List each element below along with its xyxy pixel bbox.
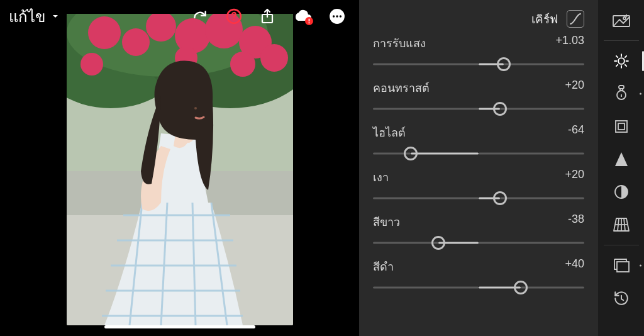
- svg-rect-51: [618, 123, 625, 130]
- svg-point-26: [194, 107, 197, 109]
- auto-icon[interactable]: [598, 4, 644, 36]
- slider-label: ไฮไลต์: [373, 123, 406, 142]
- help-icon[interactable]: [226, 8, 242, 25]
- slider-value: -38: [568, 213, 584, 231]
- slider-thumb[interactable]: [514, 281, 528, 294]
- svg-point-35: [336, 15, 338, 17]
- slider-value: -64: [568, 123, 584, 142]
- svg-point-11: [260, 44, 288, 72]
- mode-label[interactable]: แก้ไข: [9, 4, 45, 29]
- slider-row: การรับแสง+1.03: [373, 34, 584, 72]
- svg-point-39: [618, 58, 625, 64]
- svg-rect-57: [617, 262, 629, 272]
- slider-track[interactable]: [373, 56, 584, 72]
- svg-point-34: [333, 15, 335, 17]
- home-indicator[interactable]: [104, 325, 255, 328]
- svg-point-38: [623, 17, 626, 20]
- slider-thumb[interactable]: [493, 102, 507, 116]
- slider-row: สีขาว-38: [373, 213, 584, 251]
- slider-track[interactable]: [373, 145, 584, 162]
- effects-icon[interactable]: [598, 143, 644, 176]
- slider-value: +20: [565, 79, 584, 97]
- slider-value: +40: [565, 257, 584, 276]
- app-root: แก้ไข: [0, 0, 644, 336]
- svg-rect-31: [309, 19, 310, 21]
- slider-label: คอนทราสต์: [373, 79, 430, 97]
- geometry-icon[interactable]: [598, 208, 644, 241]
- slider-thumb[interactable]: [493, 191, 507, 205]
- mode-dropdown-caret-icon[interactable]: [52, 13, 59, 20]
- redo-icon[interactable]: [192, 8, 208, 25]
- slider-value: +1.03: [555, 34, 584, 52]
- slider-row: คอนทราสต์+20: [373, 79, 584, 117]
- presets-icon[interactable]: [598, 249, 644, 282]
- slider-thumb[interactable]: [431, 236, 445, 250]
- optics-icon[interactable]: [598, 176, 644, 208]
- slider-label: เงา: [373, 168, 389, 186]
- light-icon[interactable]: [598, 45, 644, 77]
- panel-header: เคิร์ฟ: [373, 8, 584, 30]
- svg-point-12: [80, 53, 103, 76]
- sliders-list: การรับแสง+1.03คอนทราสต์+20ไฮไลต์-64เงา+2…: [373, 34, 584, 296]
- svg-rect-50: [616, 121, 627, 132]
- slider-track[interactable]: [373, 235, 584, 251]
- svg-line-59: [621, 299, 623, 300]
- cloud-sync-icon[interactable]: [292, 9, 311, 23]
- svg-point-28: [233, 19, 235, 21]
- slider-track[interactable]: [373, 101, 584, 117]
- slider-thumb[interactable]: [404, 147, 418, 160]
- canvas-pane: แก้ไข: [0, 0, 359, 336]
- slider-track[interactable]: [373, 279, 584, 296]
- slider-row: ไฮไลต์-64: [373, 123, 584, 162]
- svg-rect-48: [619, 86, 624, 89]
- slider-thumb[interactable]: [497, 57, 511, 71]
- slider-label: สีขาว: [373, 213, 400, 231]
- curve-icon[interactable]: [567, 10, 584, 28]
- svg-line-47: [625, 56, 626, 57]
- svg-line-46: [616, 65, 617, 66]
- slider-row: เงา+20: [373, 168, 584, 206]
- crop-icon[interactable]: [598, 110, 644, 143]
- svg-line-44: [616, 56, 617, 57]
- versions-icon[interactable]: [598, 282, 644, 315]
- photo-preview[interactable]: [67, 14, 293, 325]
- slider-track[interactable]: [373, 190, 584, 206]
- color-icon[interactable]: [598, 77, 644, 110]
- share-icon[interactable]: [260, 8, 275, 25]
- top-toolbar: แก้ไข: [0, 0, 359, 33]
- toolbar-icon-group: [192, 8, 345, 25]
- slider-row: สีดำ+40: [373, 257, 584, 296]
- svg-line-45: [625, 65, 626, 66]
- adjustments-panel: เคิร์ฟ การรับแสง+1.03คอนทราสต์+20ไฮไลต์-…: [359, 0, 598, 336]
- tool-rail: [598, 0, 644, 336]
- svg-point-36: [340, 15, 341, 17]
- svg-point-13: [230, 52, 255, 77]
- more-icon[interactable]: [329, 8, 345, 25]
- curve-label[interactable]: เคิร์ฟ: [531, 9, 558, 28]
- slider-label: สีดำ: [373, 257, 394, 276]
- slider-value: +20: [565, 168, 584, 186]
- svg-rect-32: [309, 22, 310, 23]
- slider-label: การรับแสง: [373, 34, 426, 52]
